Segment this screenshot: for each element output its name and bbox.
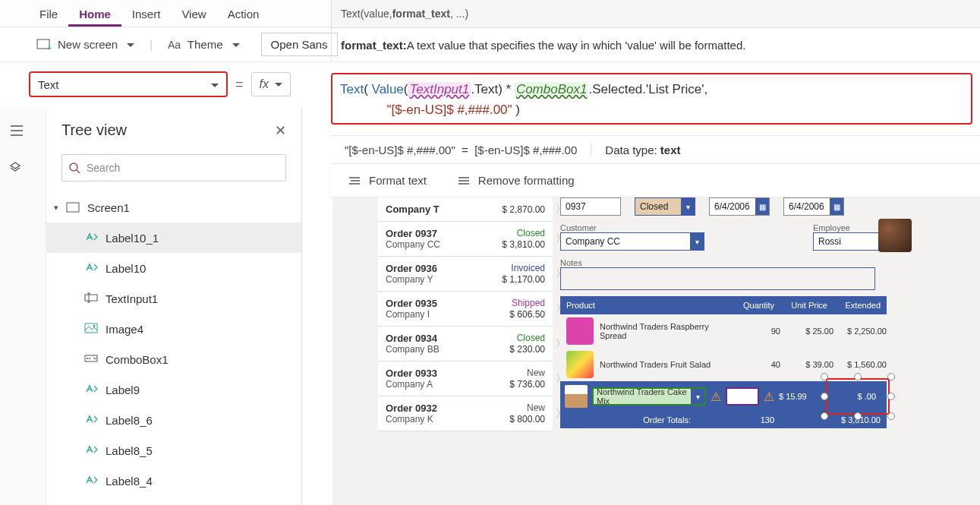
hamburger-icon[interactable] xyxy=(9,125,24,137)
left-panel: Tree view ✕ Search ▾ Screen1 Label10_1La… xyxy=(0,108,302,505)
order-list-item[interactable]: Order 0932Company KNew$ 800.00〉 xyxy=(378,396,553,431)
status-badge: Closed xyxy=(517,228,545,238)
screen-icon: + xyxy=(36,39,52,51)
resize-handles[interactable] xyxy=(824,377,891,416)
result-rhs: [$-en-US]$ #,###.00 xyxy=(474,144,577,156)
chevron-down-icon: ▾ xyxy=(691,389,704,404)
screen-icon xyxy=(66,202,80,213)
tree-list: ▾ Screen1 Label10_1Label10TextInput1Imag… xyxy=(46,189,301,499)
image-icon xyxy=(84,323,98,335)
textinput-icon xyxy=(84,292,98,305)
chevron-down-icon xyxy=(229,38,240,51)
tree-item-label8_6[interactable]: Label8_6 xyxy=(46,405,301,435)
remove-formatting-button[interactable]: Remove formatting xyxy=(457,174,575,187)
label-icon xyxy=(84,444,98,456)
order-list-item[interactable]: Company T$ 2,870.00〉 xyxy=(378,197,553,222)
svg-point-7 xyxy=(93,325,96,327)
tree-item-screen1[interactable]: ▾ Screen1 xyxy=(46,192,301,223)
label-icon xyxy=(84,475,98,487)
notes-input[interactable] xyxy=(560,267,875,290)
notes-label: Notes xyxy=(560,258,896,267)
customer-select[interactable]: Company CC▾ xyxy=(560,232,704,251)
date-2-input[interactable]: 6/4/2006▦ xyxy=(783,197,844,216)
combobox-icon xyxy=(84,353,98,365)
calendar-icon: ▦ xyxy=(755,198,769,215)
ref-textinput1: TextInput1 xyxy=(408,82,471,96)
new-screen-button[interactable]: + New screen xyxy=(29,35,142,54)
new-product-row: Northwind Traders Cake Mix▾ ⚠ ⚠ $ 15.99 … xyxy=(560,381,887,412)
tree-item-label8_5[interactable]: Label8_5 xyxy=(46,435,301,466)
canvas-preview: Company T$ 2,870.00〉Order 0937Company CC… xyxy=(332,197,980,505)
close-icon[interactable]: ✕ xyxy=(275,122,286,139)
label-icon xyxy=(84,383,98,396)
chevron-down-icon xyxy=(272,77,282,91)
product-row: Northwind Traders Raspberry Spread90$ 25… xyxy=(560,314,887,348)
menu-action[interactable]: Action xyxy=(217,3,270,27)
product-table-header: Product Quantity Unit Price Extended xyxy=(560,296,887,314)
menu-insert[interactable]: Insert xyxy=(121,3,172,27)
svg-rect-5 xyxy=(85,295,97,301)
param-description: format_text: A text value that specifies… xyxy=(331,27,980,62)
order-list-item[interactable]: Order 0934Company BBClosed$ 230.00〉 xyxy=(378,327,553,361)
product-image xyxy=(566,351,594,378)
chevron-down-icon: ▾ xyxy=(681,198,695,215)
chevron-down-icon xyxy=(124,38,134,51)
tree-item-combobox1[interactable]: ComboBox1 xyxy=(46,344,301,374)
calendar-icon: ▦ xyxy=(830,198,843,215)
param-name: format_text: xyxy=(341,39,407,52)
order-number-input[interactable]: 0937 xyxy=(560,197,621,216)
product-combobox[interactable]: Northwind Traders Cake Mix▾ xyxy=(592,387,706,406)
tree-item-label10[interactable]: Label10 xyxy=(46,253,301,283)
status-badge: Invoiced xyxy=(511,263,545,273)
chevron-down-icon: ▾ xyxy=(690,233,704,250)
left-rail xyxy=(0,125,33,172)
order-status-select[interactable]: Closed▾ xyxy=(635,197,695,216)
order-list-item[interactable]: Order 0933Company ANew$ 736.00〉 xyxy=(378,361,553,396)
theme-button[interactable]: Aa Theme xyxy=(160,35,247,54)
product-image xyxy=(565,385,588,408)
quantity-input[interactable] xyxy=(726,387,759,406)
property-select[interactable]: Text xyxy=(29,71,228,97)
svg-point-10 xyxy=(89,358,90,359)
tree-item-textinput1[interactable]: TextInput1 xyxy=(46,283,301,314)
equals-sign: = xyxy=(235,77,244,93)
hint-prefix: Text(value, xyxy=(341,8,392,20)
order-list-item[interactable]: Order 0936Company YInvoiced$ 1,170.00〉 xyxy=(378,257,553,292)
menu-file[interactable]: File xyxy=(29,3,68,27)
format-text-button[interactable]: Format text xyxy=(348,174,427,187)
employee-avatar xyxy=(878,219,912,252)
product-image xyxy=(566,317,594,345)
order-list-item[interactable]: Order 0937Company CCClosed$ 3,810.00〉 xyxy=(378,222,553,257)
tree-item-label10_1[interactable]: Label10_1 xyxy=(46,223,301,253)
format-icon xyxy=(348,175,361,186)
chevron-down-icon xyxy=(208,78,219,91)
svg-text:+: + xyxy=(47,44,52,51)
font-family-select[interactable]: Open Sans xyxy=(261,33,338,56)
order-list-gallery[interactable]: Company T$ 2,870.00〉Order 0937Company CC… xyxy=(378,197,553,431)
collapse-icon: ▾ xyxy=(54,203,58,213)
param-text: A text value that specifies the way in w… xyxy=(407,39,746,52)
fx-label[interactable]: fx xyxy=(251,72,291,96)
warning-icon: ⚠ xyxy=(764,390,774,404)
svg-rect-4 xyxy=(67,203,79,212)
menu-view[interactable]: View xyxy=(171,3,216,27)
tree-item-image4[interactable]: Image4 xyxy=(46,314,301,344)
tree-item-label9[interactable]: Label9 xyxy=(46,374,301,405)
unit-price-value: $ 15.99 xyxy=(779,392,807,401)
tree-item-label8_4[interactable]: Label8_4 xyxy=(46,466,301,496)
ref-combobox1: ComboBox1 xyxy=(515,82,589,96)
data-type-value: text xyxy=(660,144,681,156)
menu-home[interactable]: Home xyxy=(68,3,121,27)
formula-bar[interactable]: Text( Value(TextInput1.Text) * ComboBox1… xyxy=(331,73,972,125)
svg-point-9 xyxy=(87,358,88,359)
tree-view-title: Tree view ✕ xyxy=(46,108,301,147)
hint-bold-param: format_text xyxy=(392,8,450,20)
order-list-item[interactable]: Order 0935Company IShipped$ 606.50〉 xyxy=(378,292,553,327)
date-1-input[interactable]: 6/4/2006▦ xyxy=(709,197,770,216)
order-detail-form: 0937 Closed▾ 6/4/2006▦ 6/4/2006▦ Custome… xyxy=(560,197,896,428)
label-icon xyxy=(84,414,98,426)
theme-icon: Aa xyxy=(168,39,181,51)
tree-view-icon[interactable] xyxy=(9,159,24,172)
tree-search-input[interactable]: Search xyxy=(61,154,286,181)
status-badge: Shipped xyxy=(512,298,545,308)
